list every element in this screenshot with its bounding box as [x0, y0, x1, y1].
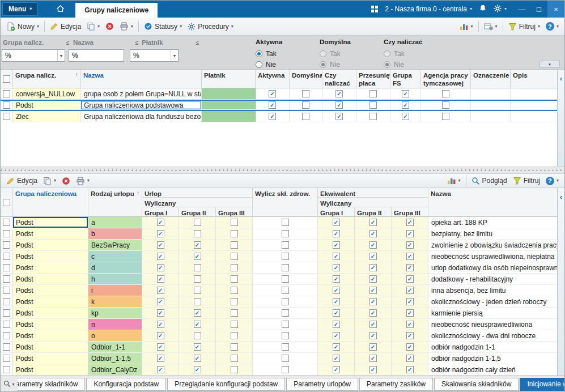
cell-checkbox[interactable]: ✓ — [406, 309, 414, 317]
cell-checkbox[interactable] — [194, 219, 201, 226]
tab-grupy-naliczeniowe[interactable]: Grupy naliczeniowe — [75, 3, 158, 18]
cell-checkbox[interactable] — [442, 90, 449, 97]
radio-czy-nalicza--nie[interactable]: Nie — [384, 60, 448, 69]
cell-checkbox[interactable] — [282, 309, 289, 317]
cell-checkbox[interactable]: ✓ — [333, 298, 340, 305]
wylicz-skl-zdrow-cell[interactable] — [253, 274, 318, 285]
rodzaj-urlopu-cell[interactable]: Odbior_1-1 — [88, 342, 142, 353]
wylicz-skl-zdrow-cell[interactable] — [253, 262, 318, 274]
cell-checkbox[interactable] — [231, 230, 238, 237]
select-all-checkbox[interactable] — [3, 75, 10, 83]
cell-checkbox[interactable]: ✓ — [406, 253, 414, 260]
cell-checkbox[interactable]: ✓ — [333, 230, 340, 237]
rodzaj-urlopu-cell[interactable]: k — [88, 296, 142, 308]
lower-grid-row[interactable]: Podsth✓✓✓✓dodatkowy - rehabilitacyjny — [1, 274, 558, 285]
ekwiwalent-grupa-1-cell[interactable]: ✓ — [318, 330, 355, 342]
lower-grid-row[interactable]: Podsti✓✓✓✓inna absencja, bez limitu — [1, 285, 558, 296]
cell-checkbox[interactable] — [282, 230, 289, 237]
cell-checkbox[interactable]: ✓ — [335, 113, 343, 120]
urlop-grupa-1-cell[interactable]: ✓ — [142, 296, 179, 308]
ekwiwalent-grupa-3-cell[interactable]: ✓ — [392, 251, 428, 262]
oznaczenie-cell[interactable] — [471, 111, 511, 122]
ekwiwalent-grupa-3-cell[interactable]: ✓ — [392, 319, 428, 330]
aktywna-cell[interactable]: ✓ — [256, 88, 290, 100]
row-select-cell[interactable] — [1, 101, 13, 110]
cell-checkbox[interactable] — [231, 264, 238, 271]
preview-button[interactable]: Podgląd — [469, 174, 510, 188]
row-checkbox[interactable] — [3, 275, 10, 283]
bottom-tab-skalowania-sk-adnik-w[interactable]: Skalowania składników — [434, 378, 519, 391]
ekwiwalent-grupa-1-cell[interactable]: ✓ — [318, 319, 355, 330]
urlop-grupa-3-cell[interactable] — [216, 251, 253, 262]
urlop-grupa-2-cell[interactable] — [179, 274, 216, 285]
urlop-grupa-1-cell[interactable]: ✓ — [142, 251, 179, 262]
cell-checkbox[interactable]: ✓ — [333, 287, 340, 294]
cell-checkbox[interactable]: ✓ — [157, 366, 164, 373]
filter-platnik-select[interactable]: % ▾ — [130, 49, 179, 62]
cell-checkbox[interactable] — [231, 343, 238, 351]
wylicz-skl-zdrow-cell[interactable] — [253, 228, 318, 240]
wylicz-skl-zdrow-cell[interactable] — [253, 319, 318, 330]
cell-checkbox[interactable] — [231, 309, 238, 317]
cell-checkbox[interactable]: ✓ — [335, 101, 343, 109]
col-header-nazwa[interactable]: Nazwa — [81, 70, 202, 88]
col-header-czy-naliczac[interactable]: Czy naliczać — [322, 70, 356, 88]
cell-checkbox[interactable]: ✓ — [369, 219, 377, 226]
operator-icon[interactable]: ≤ — [196, 39, 199, 46]
urlop-grupa-1-cell[interactable]: ✓ — [142, 240, 179, 251]
cell-checkbox[interactable] — [302, 101, 309, 109]
radio-icon[interactable] — [384, 61, 390, 68]
urlop-grupa-1-cell[interactable]: ✓ — [142, 285, 179, 296]
print-button[interactable]: ▾ — [73, 174, 92, 188]
cell-checkbox[interactable]: ✓ — [369, 309, 377, 317]
grupa-naliczeniowa-cell[interactable]: Podst — [13, 353, 88, 364]
ekwiwalent-grupa-2-cell[interactable]: ✓ — [355, 228, 392, 240]
settings-gear-button[interactable]: ▾ — [494, 5, 507, 14]
urlop-grupa-1-cell[interactable]: ✓ — [142, 342, 179, 353]
cell-checkbox[interactable] — [194, 332, 201, 339]
cell-checkbox[interactable] — [302, 90, 309, 97]
select-all-checkbox[interactable] — [3, 199, 10, 206]
splitter[interactable] — [1, 167, 564, 173]
row-select-cell[interactable] — [1, 240, 13, 251]
ekwiwalent-grupa-2-cell[interactable]: ✓ — [355, 251, 392, 262]
radio-icon[interactable] — [256, 61, 262, 68]
col-header-grupa-fs[interactable]: Grupa FS — [390, 70, 421, 88]
nazwa-cell[interactable]: nieobecność usprawiedliwiona, niepłatna — [428, 251, 558, 262]
urlop-grupa-3-cell[interactable] — [216, 240, 253, 251]
row-checkbox[interactable] — [3, 343, 10, 351]
ekwiwalent-grupa-3-cell[interactable]: ✓ — [392, 308, 428, 319]
cell-checkbox[interactable]: ✓ — [157, 309, 164, 317]
bottom-tab-parametry-zasi-k-w[interactable]: Parametry zasiłków — [359, 378, 433, 391]
ekwiwalent-grupa-2-cell[interactable]: ✓ — [355, 364, 392, 376]
grupa-fs-cell[interactable]: ✓ — [390, 88, 421, 100]
col-group-urlop[interactable]: Urlop — [142, 188, 253, 198]
cell-checkbox[interactable]: ✓ — [333, 275, 340, 283]
bottom-tab-inicjowanie-w-urlopach[interactable]: Inicjowanie w urlopach — [520, 378, 564, 391]
ekwiwalent-grupa-2-cell[interactable]: ✓ — [355, 274, 392, 285]
grupa-nalicz-cell[interactable]: conversja_NULLow — [13, 88, 81, 100]
lower-grid-row[interactable]: Podsta✓✓✓✓opieka art. 188 KP — [1, 217, 558, 228]
grupa-nalicz-cell[interactable]: Podst — [13, 101, 81, 110]
grupa-fs-cell[interactable]: ✓ — [390, 101, 421, 110]
minimize-button[interactable]: — — [513, 1, 530, 18]
ekwiwalent-grupa-2-cell[interactable]: ✓ — [355, 308, 392, 319]
menu-button[interactable]: Menu ▾ — [2, 2, 38, 16]
ekwiwalent-grupa-3-cell[interactable]: ✓ — [392, 353, 428, 364]
cell-checkbox[interactable]: ✓ — [406, 332, 414, 339]
urlop-grupa-1-cell[interactable]: ✓ — [142, 217, 179, 228]
col-header-urlop-grupa-3[interactable]: Grupa III — [216, 207, 253, 217]
cell-checkbox[interactable]: ✓ — [194, 321, 201, 328]
row-select-cell[interactable] — [1, 228, 13, 240]
nazwa-cell[interactable]: urlop dodatkowy dla osób niepełnosprawny… — [428, 262, 558, 274]
urlop-grupa-1-cell[interactable]: ✓ — [142, 364, 179, 376]
cell-checkbox[interactable] — [369, 90, 377, 97]
ekwiwalent-grupa-1-cell[interactable]: ✓ — [318, 285, 355, 296]
cell-checkbox[interactable] — [231, 332, 238, 339]
ekwiwalent-grupa-3-cell[interactable]: ✓ — [392, 285, 428, 296]
cell-checkbox[interactable]: ✓ — [157, 355, 164, 362]
aktywna-cell[interactable]: ✓ — [256, 101, 290, 110]
row-checkbox[interactable] — [3, 230, 10, 237]
urlop-grupa-3-cell[interactable] — [216, 330, 253, 342]
grupa-naliczeniowa-cell[interactable]: Podst — [13, 364, 88, 376]
